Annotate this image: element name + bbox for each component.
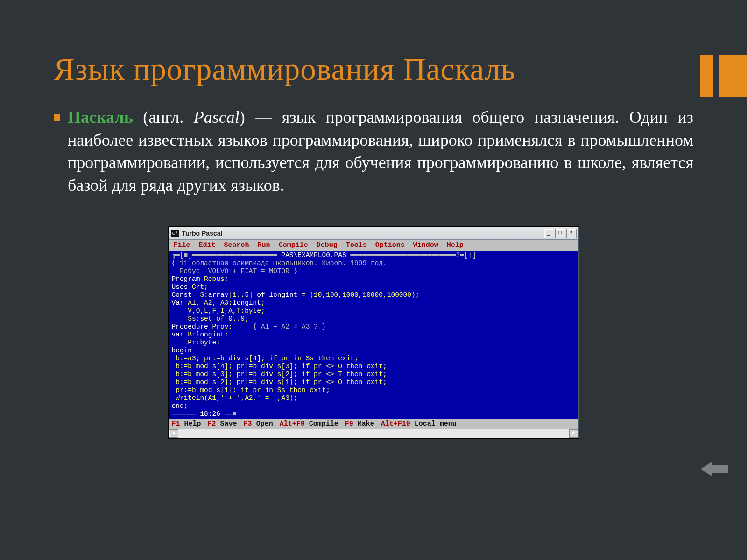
accent-bar-large [719,55,747,97]
bullet-icon [54,114,60,121]
code-line: Pr:byte; [172,339,220,346]
code-line: var B:longint; [172,331,229,338]
editor-area[interactable]: ╔═[■]═════════════════════ PAS\EXAMPL00.… [169,251,578,419]
code-line: begin [172,347,192,354]
system-menu-icon[interactable]: C:\ [171,230,179,237]
menu-bar: File Edit Search Run Compile Debug Tools… [169,240,578,251]
body-paren-close: ) [240,108,245,126]
code-line: Ss:set of 0..9; [172,315,249,322]
code-line: { 11 областная олимпиада школьников. Кир… [172,259,387,267]
code-line: b:=a3; pr:=b div s[4]; if pr in Ss then … [172,355,359,362]
menu-tools[interactable]: Tools [346,241,367,249]
editor-clock: 18:26 [200,410,220,418]
accent-bar-small [700,55,713,97]
scroll-track[interactable] [178,429,569,438]
status-open[interactable]: F3 Open [244,420,273,428]
code-line: b:=b mod s[2]; pr:=b div s[1]; if pr <> … [172,378,387,386]
status-help[interactable]: F1 Help [172,420,201,428]
body-paren-open: (англ. [133,108,194,126]
frame-top: ╔═[■]═════════════════════ PAS\EXAMPL00.… [172,252,477,259]
code-line: Var A1, A2, A3:longint; [172,299,265,307]
code-line: Const S:array[1..5] of longint = (10,100… [172,291,420,299]
code-line: pr:=b mod s[1]; if pr in Ss then exit; [172,386,330,394]
menu-options[interactable]: Options [375,241,405,249]
window-buttons: _ □ × [544,229,577,238]
menu-file[interactable]: File [174,241,190,249]
frame-bottom: ══════ 18:26 ══■ [172,410,237,418]
code-line: b:=b mod s[4]; pr:=b div s[3]; if pr <> … [172,363,387,370]
body-italic: Pascal [194,108,240,126]
menu-window[interactable]: Window [413,241,438,249]
body-bold: Паскаль [68,108,133,126]
maximize-button[interactable]: □ [555,229,565,238]
turbo-pascal-window: C:\ Turbo Pascal _ □ × File Edit Search … [169,227,579,438]
body-block: Паскаль (англ. Pascal) — язык программир… [54,106,693,196]
menu-help[interactable]: Help [447,241,464,249]
status-localmenu[interactable]: Alt+F10 Local menu [381,420,457,428]
menu-run[interactable]: Run [258,241,270,249]
status-compile[interactable]: Alt+F9 Compile [280,420,338,428]
slide: Язык программирования Паскаль Паскаль (а… [0,0,747,560]
close-button[interactable]: × [566,229,577,238]
code-line: Ребус VOLVO + FIAT = MOTOR } [172,267,298,275]
code-line: b:=b mod s[3]; pr:=b div s[2]; if pr <> … [172,371,387,378]
code-line: Uses Crt; [172,283,208,291]
menu-edit[interactable]: Edit [199,241,216,249]
next-slide-arrow-icon[interactable] [700,460,728,478]
scroll-left-icon[interactable]: ◄ [169,429,178,438]
minimize-button[interactable]: _ [544,229,554,238]
code-line: V,O,L,F,I,A,T:byte; [172,307,265,315]
code-line: end; [172,402,188,410]
titlebar: C:\ Turbo Pascal _ □ × [169,227,578,240]
menu-search[interactable]: Search [224,241,249,249]
status-save[interactable]: F2 Save [208,420,237,428]
menu-compile[interactable]: Compile [279,241,308,249]
horizontal-scrollbar[interactable]: ◄ ► [169,429,578,438]
code-line: Program Rebus; [172,275,229,283]
status-make[interactable]: F9 Make [345,420,374,428]
menu-debug[interactable]: Debug [317,241,338,249]
code-line: Procedure Prov; { A1 + A2 = A3 ? } [172,323,326,330]
window-title: Turbo Pascal [182,230,544,237]
svg-marker-0 [700,462,728,476]
code-line: Writeln(A1,' + ',A2,' = ',A3); [172,394,298,402]
accent-bars [700,55,747,97]
scroll-right-icon[interactable]: ► [569,429,578,438]
status-bar: F1 Help F2 Save F3 Open Alt+F9 Compile F… [169,419,578,429]
body-text: Паскаль (англ. Pascal) — язык программир… [68,106,693,196]
slide-title: Язык программирования Паскаль [54,51,693,87]
